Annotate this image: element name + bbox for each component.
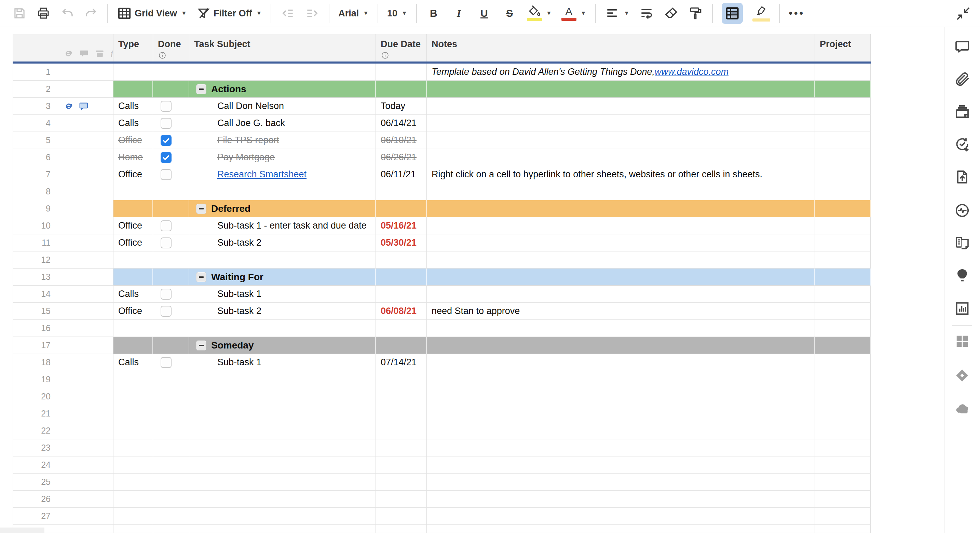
row-header[interactable]: 3 [13, 98, 113, 115]
row-header[interactable]: 26 [13, 491, 113, 508]
type-cell[interactable] [113, 337, 153, 354]
save-button[interactable] [8, 2, 32, 24]
row-header[interactable]: 19 [13, 371, 113, 388]
project-cell[interactable] [815, 422, 871, 439]
collapse-toolbar-button[interactable] [955, 5, 971, 23]
project-cell[interactable] [815, 337, 871, 354]
notes-hyperlink[interactable]: www.davidco.com [655, 67, 729, 77]
due-date-cell[interactable] [376, 474, 427, 491]
row-header[interactable]: 13 [13, 269, 113, 286]
notes-cell[interactable] [427, 405, 815, 422]
type-cell[interactable] [113, 405, 153, 422]
done-cell[interactable] [153, 269, 189, 286]
notes-cell[interactable] [427, 457, 815, 474]
notes-cell[interactable] [427, 149, 815, 166]
project-cell[interactable] [815, 388, 871, 405]
due-date-cell[interactable]: 06/26/21 [376, 149, 427, 166]
connector-cloud-icon[interactable] [954, 401, 970, 417]
underline-button[interactable]: U [471, 2, 497, 24]
due-date-cell[interactable]: 07/14/21 [376, 354, 427, 371]
row-header[interactable]: 24 [13, 457, 113, 474]
done-cell[interactable] [153, 166, 189, 183]
project-cell[interactable] [815, 286, 871, 303]
row-header[interactable]: 4 [13, 115, 113, 132]
row-header[interactable]: 17 [13, 337, 113, 354]
done-cell[interactable] [153, 251, 189, 269]
notes-cell[interactable] [427, 115, 815, 132]
row-comment-icon[interactable] [79, 101, 89, 111]
row-header[interactable]: 10 [13, 217, 113, 234]
task-subject-cell[interactable]: Call Don Nelson [189, 98, 376, 115]
notes-cell[interactable] [427, 508, 815, 525]
project-cell[interactable] [815, 115, 871, 132]
due-date-cell[interactable] [376, 183, 427, 200]
row-header[interactable]: 11 [13, 234, 113, 251]
notes-cell[interactable] [427, 200, 815, 217]
launcher-balloon-icon[interactable] [954, 267, 970, 285]
column-header-type[interactable]: Type [113, 34, 153, 62]
due-date-cell[interactable] [376, 388, 427, 405]
task-subject-cell[interactable]: File TPS report [189, 132, 376, 149]
task-subject-cell[interactable]: Sub-task 2 [189, 234, 376, 251]
row-header[interactable]: 9 [13, 200, 113, 217]
task-subject-cell[interactable] [189, 64, 376, 81]
task-subject-cell[interactable] [189, 388, 376, 405]
done-cell[interactable] [153, 132, 189, 149]
due-date-cell[interactable] [376, 371, 427, 388]
due-date-cell[interactable] [376, 251, 427, 269]
project-cell[interactable] [815, 303, 871, 320]
notes-cell[interactable] [427, 354, 815, 371]
font-size-select[interactable]: 10 ▼ [382, 2, 412, 24]
done-cell[interactable] [153, 286, 189, 303]
subject-cell[interactable]: Actions [189, 81, 376, 98]
notes-cell[interactable] [427, 388, 815, 405]
done-checkbox-checked[interactable] [161, 152, 172, 163]
notes-cell[interactable] [427, 234, 815, 251]
done-cell[interactable] [153, 183, 189, 200]
fill-color-button[interactable]: ▼ [522, 2, 557, 24]
type-cell[interactable] [113, 457, 153, 474]
project-cell[interactable] [815, 149, 871, 166]
project-cell[interactable] [815, 371, 871, 388]
type-cell[interactable] [113, 508, 153, 525]
project-cell[interactable] [815, 132, 871, 149]
task-subject-cell[interactable] [189, 371, 376, 388]
done-checkbox[interactable] [161, 101, 172, 112]
done-cell[interactable] [153, 337, 189, 354]
due-date-cell[interactable]: 05/16/21 [376, 217, 427, 234]
done-checkbox[interactable] [161, 306, 172, 317]
task-subject-cell[interactable]: Sub-task 1 - enter task and due date [189, 217, 376, 234]
due-date-cell[interactable] [376, 422, 427, 439]
task-subject-cell[interactable] [189, 405, 376, 422]
type-cell[interactable]: Calls [113, 286, 153, 303]
notes-cell[interactable]: need Stan to approve [427, 303, 815, 320]
subject-cell[interactable]: Someday [189, 337, 376, 354]
task-subject-cell[interactable]: Research Smartsheet [189, 166, 376, 183]
project-cell[interactable] [815, 491, 871, 508]
type-cell[interactable] [113, 64, 153, 81]
subject-cell[interactable]: Waiting For [189, 269, 376, 286]
type-cell[interactable]: Calls [113, 115, 153, 132]
row-header[interactable]: 5 [13, 132, 113, 149]
wrap-text-button[interactable] [634, 2, 659, 24]
column-header-due[interactable]: Due Date [376, 34, 427, 62]
project-cell[interactable] [815, 166, 871, 183]
done-cell[interactable] [153, 388, 189, 405]
strikethrough-button[interactable]: S [497, 2, 522, 24]
done-cell[interactable] [153, 234, 189, 251]
done-cell[interactable] [153, 474, 189, 491]
project-cell[interactable] [815, 64, 871, 81]
notes-cell[interactable] [427, 320, 815, 337]
done-cell[interactable] [153, 98, 189, 115]
done-cell[interactable] [153, 200, 189, 217]
type-cell[interactable] [113, 81, 153, 98]
row-header[interactable]: 7 [13, 166, 113, 183]
column-header-project[interactable]: Project [815, 34, 871, 62]
apps-grid-icon[interactable] [955, 334, 970, 350]
row-header[interactable]: 23 [13, 439, 113, 457]
subject-cell[interactable] [189, 525, 376, 533]
done-checkbox[interactable] [161, 220, 172, 231]
due-cell[interactable] [376, 269, 427, 286]
type-cell[interactable] [113, 388, 153, 405]
cell-formatting-button[interactable] [717, 2, 748, 24]
